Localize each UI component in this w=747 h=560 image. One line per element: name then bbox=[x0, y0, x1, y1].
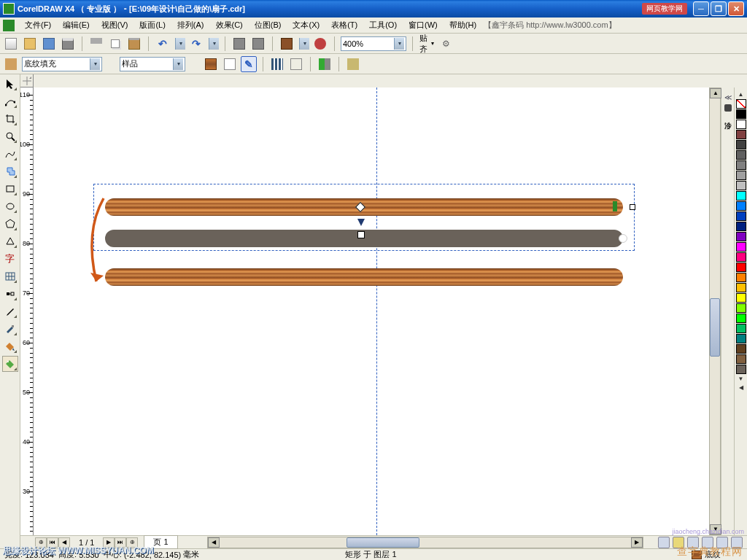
palette-flyout-arrow[interactable]: ◀ bbox=[738, 384, 744, 392]
close-button[interactable]: ✕ bbox=[728, 1, 744, 16]
shape-tool[interactable] bbox=[2, 93, 18, 109]
eyedropper-tool[interactable] bbox=[2, 303, 18, 319]
swatch-ff0080[interactable] bbox=[736, 252, 746, 262]
import-button[interactable] bbox=[231, 36, 247, 52]
mirror-button[interactable] bbox=[317, 56, 333, 72]
swatch-0080ff[interactable] bbox=[736, 201, 746, 211]
crop-tool[interactable] bbox=[2, 111, 18, 127]
smart-fill-tool[interactable] bbox=[2, 163, 18, 179]
outline-tool[interactable] bbox=[2, 321, 18, 337]
wood-bar-2[interactable] bbox=[105, 268, 623, 286]
snap-button[interactable]: 贴齐 ▾ bbox=[419, 36, 435, 52]
fill-width-handle[interactable] bbox=[613, 201, 617, 211]
swatch-c0c0c0[interactable] bbox=[736, 181, 746, 190]
app-dropdown[interactable]: ▾ bbox=[299, 38, 309, 50]
undo-dropdown[interactable]: ▾ bbox=[175, 38, 185, 50]
docker-tab-1[interactable] bbox=[724, 104, 732, 112]
vertical-guide[interactable] bbox=[376, 88, 377, 535]
table-tool[interactable] bbox=[2, 268, 18, 284]
vertical-ruler[interactable]: 11010090807060504030 bbox=[20, 88, 34, 535]
pick-tool[interactable] bbox=[2, 76, 18, 92]
swatch-80ff00[interactable] bbox=[736, 303, 746, 313]
menu-view[interactable]: 视图(V) bbox=[96, 18, 134, 32]
texture-preview-button[interactable] bbox=[203, 56, 219, 72]
swatch-a0a0a0[interactable] bbox=[736, 171, 746, 180]
palette-down-arrow[interactable]: ▼ bbox=[738, 375, 745, 383]
canvas[interactable]: 眠图网 www.nipic.com bbox=[34, 88, 709, 535]
swatch-00ff00[interactable] bbox=[736, 314, 746, 323]
collapse-tab-icon[interactable]: ≪ bbox=[724, 93, 732, 101]
interactive-fill-tool[interactable] bbox=[2, 356, 18, 372]
tile-button[interactable] bbox=[269, 56, 285, 72]
export-button[interactable] bbox=[250, 36, 266, 52]
swatch-ff8000[interactable] bbox=[736, 273, 746, 282]
swatch-804040[interactable] bbox=[736, 130, 746, 139]
menu-effects[interactable]: 效果(C) bbox=[210, 18, 249, 32]
swatch-8000c0[interactable] bbox=[736, 232, 746, 241]
menu-bitmap[interactable]: 位图(B) bbox=[249, 18, 287, 32]
copy-props-button[interactable] bbox=[345, 56, 361, 72]
swatch-606060[interactable] bbox=[736, 150, 746, 160]
menu-extra-link[interactable]: 【鑫宇条码 http://www.lw3000.com】 bbox=[482, 20, 618, 31]
interactive-tool[interactable] bbox=[2, 286, 18, 302]
minimize-button[interactable]: ─ bbox=[693, 1, 709, 16]
rectangle-tool[interactable] bbox=[2, 181, 18, 197]
swatch-008080[interactable] bbox=[736, 334, 746, 343]
mini-view-1[interactable] bbox=[658, 537, 670, 548]
open-button[interactable] bbox=[22, 36, 38, 52]
options-button[interactable]: ⚙ bbox=[438, 36, 454, 52]
swatch-ffffff[interactable] bbox=[736, 120, 746, 129]
fill-tool-button[interactable] bbox=[3, 56, 19, 72]
maximize-button[interactable]: ❐ bbox=[711, 1, 727, 16]
swatch-404040[interactable] bbox=[736, 140, 746, 149]
app-launcher-button[interactable] bbox=[279, 36, 295, 52]
basic-shapes-tool[interactable] bbox=[2, 233, 18, 249]
ellipse-tool[interactable] bbox=[2, 198, 18, 214]
fill-dialog-button[interactable] bbox=[222, 56, 238, 72]
freehand-tool[interactable] bbox=[2, 146, 18, 162]
text-tool[interactable]: 字 bbox=[2, 251, 18, 267]
vertical-scrollbar[interactable]: ▲ ▼ bbox=[709, 88, 721, 535]
swatch-002080[interactable] bbox=[736, 222, 746, 231]
polygon-tool[interactable] bbox=[2, 216, 18, 232]
swatch-none[interactable] bbox=[736, 99, 746, 109]
fill-direction-marker[interactable] bbox=[357, 219, 365, 226]
menu-layout[interactable]: 版面(L) bbox=[133, 18, 171, 32]
menu-text[interactable]: 文本(X) bbox=[287, 18, 325, 32]
docker-tab-2[interactable]: 冷涉 bbox=[723, 114, 733, 117]
redo-button[interactable]: ↷ bbox=[188, 36, 204, 52]
palette-up-arrow[interactable]: ▲ bbox=[738, 90, 745, 98]
menu-help[interactable]: 帮助(H) bbox=[444, 18, 482, 32]
new-button[interactable] bbox=[3, 36, 19, 52]
swatch-0040c0[interactable] bbox=[736, 211, 746, 221]
fill-end-marker[interactable] bbox=[357, 231, 365, 238]
menu-window[interactable]: 窗口(W) bbox=[403, 18, 444, 32]
swatch-806040[interactable] bbox=[736, 354, 746, 364]
menu-tools[interactable]: 工具(O) bbox=[363, 18, 403, 32]
swatch-604020[interactable] bbox=[736, 344, 746, 354]
menu-edit[interactable]: 编辑(E) bbox=[57, 18, 96, 32]
copy-button[interactable] bbox=[107, 36, 123, 52]
swatch-ffff00[interactable] bbox=[736, 293, 746, 303]
swatch-00c060[interactable] bbox=[736, 324, 746, 333]
pattern-select[interactable]: 样品 ▾ bbox=[120, 57, 185, 71]
horizontal-scrollbar[interactable]: ◀ ▶ bbox=[207, 537, 643, 548]
fill-tool2[interactable] bbox=[2, 338, 18, 354]
fill-type-select[interactable]: 底纹填充 ▾ bbox=[22, 57, 102, 71]
zoom-select[interactable]: 400% ▾ bbox=[341, 36, 406, 51]
swatch-6a625a[interactable] bbox=[736, 365, 746, 374]
swatch-00ffff[interactable] bbox=[736, 191, 746, 201]
paste-button[interactable] bbox=[126, 36, 142, 52]
swatch-ff00ff[interactable] bbox=[736, 242, 746, 252]
menu-arrange[interactable]: 排列(A) bbox=[171, 18, 210, 32]
swatch-ff0000[interactable] bbox=[736, 262, 746, 272]
menu-table[interactable]: 表格(T) bbox=[325, 18, 363, 32]
zoom-tool[interactable] bbox=[2, 128, 18, 144]
swatch-000000[interactable] bbox=[736, 109, 746, 119]
undo-button[interactable]: ↶ bbox=[155, 36, 171, 52]
swatch-ffc000[interactable] bbox=[736, 283, 746, 292]
welcome-button[interactable] bbox=[312, 36, 328, 52]
print-button[interactable] bbox=[60, 36, 76, 52]
transform-button[interactable] bbox=[288, 56, 304, 72]
selection-handle[interactable] bbox=[630, 204, 635, 210]
